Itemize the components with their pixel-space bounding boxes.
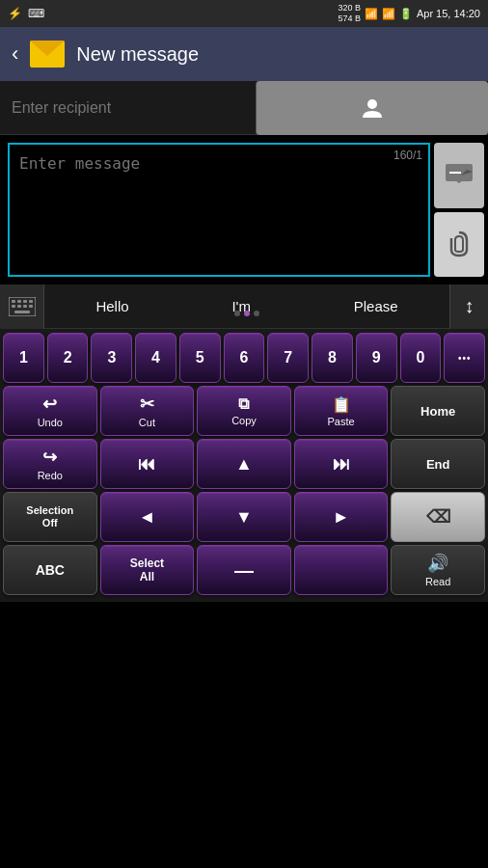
message-actions [430, 135, 488, 285]
suggestion-please[interactable]: Please [344, 294, 408, 318]
dot-2 [244, 311, 250, 316]
svg-point-3 [367, 99, 377, 109]
mail-app-icon [30, 41, 65, 68]
backspace-key[interactable]: ⌫ [391, 492, 485, 542]
key-8[interactable]: 8 [312, 333, 353, 383]
data-speeds: 320 B 574 B [338, 3, 361, 24]
key-2[interactable]: 2 [47, 333, 89, 383]
suggestions-list: Hello I'm Please [44, 294, 449, 318]
battery-icon: 🔋 [399, 8, 413, 20]
key-dots[interactable]: ••• [444, 333, 485, 383]
suggestions-bar: Hello I'm Please ↕ [0, 285, 488, 329]
svg-rect-16 [29, 305, 33, 308]
paste-key[interactable]: 📋 Paste [294, 386, 389, 436]
key-9[interactable]: 9 [356, 333, 397, 383]
send-button[interactable] [434, 143, 484, 208]
read-key[interactable]: 🔊 Read [391, 545, 485, 595]
message-input[interactable] [10, 145, 428, 275]
key-6[interactable]: 6 [224, 333, 265, 383]
key-3[interactable]: 3 [91, 333, 132, 383]
underscore-key[interactable]: — [197, 545, 291, 595]
left-key[interactable]: ◄ [100, 492, 195, 542]
blank-key[interactable] [294, 545, 389, 595]
suggestion-page-dots [234, 311, 259, 316]
dot-3 [254, 311, 259, 316]
app-header: ‹ New message [0, 27, 488, 81]
recipient-input[interactable] [0, 81, 256, 134]
attach-button[interactable] [434, 212, 484, 278]
keyboard-toggle-button[interactable] [0, 285, 44, 329]
time-display: Apr 15, 14:20 [417, 8, 480, 19]
key-5[interactable]: 5 [179, 333, 221, 383]
copy-key[interactable]: ⧉ Copy [197, 386, 291, 436]
cut-key[interactable]: ✂ Cut [100, 386, 195, 436]
selection-off-key[interactable]: Selection Off [3, 492, 97, 542]
char-count: 160/1 [393, 149, 422, 162]
svg-rect-15 [23, 305, 27, 308]
svg-rect-12 [29, 300, 33, 303]
svg-rect-13 [12, 305, 15, 308]
home-key[interactable]: Home [391, 386, 485, 436]
page-title: New message [76, 43, 199, 66]
redo-key[interactable]: ↪ Redo [3, 439, 97, 489]
compose-area: 160/1 [0, 135, 488, 285]
undo-key[interactable]: ↩ Undo [3, 386, 97, 436]
skip-back-key[interactable]: ⏮ [100, 439, 195, 489]
recipient-area [0, 81, 488, 135]
action-row-4: ABC Select All — 🔊 Read [3, 545, 485, 595]
up-key[interactable]: ▲ [197, 439, 291, 489]
action-row-2: ↪ Redo ⏮ ▲ ⏭ End [3, 439, 485, 489]
keyboard: 1 2 3 4 5 6 7 8 9 0 ••• ↩ Undo ✂ Cut ⧉ C… [0, 329, 488, 602]
status-left-icons: ⚡ ⌨ [8, 7, 44, 20]
keyboard-icon: ⌨ [28, 7, 44, 20]
status-bar: ⚡ ⌨ 320 B 574 B 📶 📶 🔋 Apr 15, 14:20 [0, 0, 488, 27]
svg-rect-9 [12, 300, 15, 303]
down-key[interactable]: ▼ [197, 492, 291, 542]
key-0[interactable]: 0 [400, 333, 442, 383]
key-4[interactable]: 4 [135, 333, 176, 383]
key-7[interactable]: 7 [267, 333, 309, 383]
wifi-icon: 📶 [365, 8, 378, 20]
svg-rect-17 [14, 311, 30, 313]
svg-rect-14 [17, 305, 21, 308]
recipient-contacts-button[interactable] [256, 81, 489, 135]
key-1[interactable]: 1 [3, 333, 44, 383]
signal-icon: 📶 [382, 8, 395, 20]
action-row-1: ↩ Undo ✂ Cut ⧉ Copy 📋 Paste Home [3, 386, 485, 436]
skip-forward-key[interactable]: ⏭ [294, 439, 389, 489]
suggestions-expand-button[interactable]: ↕ [449, 285, 488, 329]
usb-icon: ⚡ [8, 7, 22, 20]
dot-1 [234, 311, 240, 316]
suggestion-hello[interactable]: Hello [86, 294, 138, 318]
action-row-3: Selection Off ◄ ▼ ► ⌫ [3, 492, 485, 542]
select-all-key[interactable]: Select All [100, 545, 195, 595]
right-key[interactable]: ► [294, 492, 389, 542]
status-right-info: 320 B 574 B 📶 📶 🔋 Apr 15, 14:20 [338, 3, 480, 24]
end-key[interactable]: End [391, 439, 485, 489]
message-input-wrapper: 160/1 [8, 143, 430, 277]
svg-rect-11 [23, 300, 27, 303]
abc-key[interactable]: ABC [3, 545, 97, 595]
svg-rect-10 [17, 300, 21, 303]
number-row: 1 2 3 4 5 6 7 8 9 0 ••• [3, 333, 485, 383]
back-button[interactable]: ‹ [12, 41, 18, 67]
